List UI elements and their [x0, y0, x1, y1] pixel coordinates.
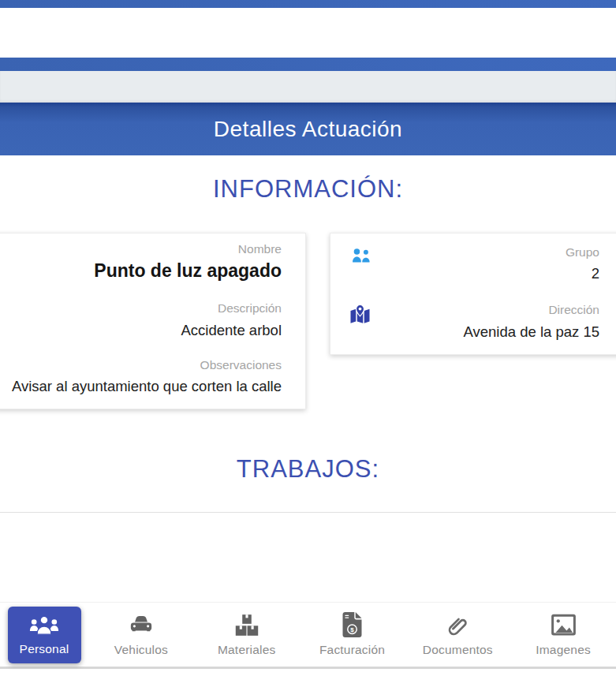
section-title-informacion: INFORMACIÓN: — [0, 175, 616, 204]
direccion-texts: Dirección Avenida de la paz 15 — [384, 302, 599, 341]
tab-vehiculos-label: Vehiculos — [114, 643, 168, 657]
tab-personal[interactable]: Personal — [0, 607, 88, 663]
svg-text:$: $ — [350, 626, 354, 633]
status-bar — [0, 0, 616, 8]
tab-imagenes[interactable]: Imagenes — [510, 612, 616, 657]
direccion-label: Dirección — [384, 302, 599, 317]
tab-vehiculos[interactable]: Vehiculos — [88, 612, 194, 657]
field-nombre: Nombre Punto de luz apagado — [7, 241, 282, 283]
actuacion-info-card: Nombre Punto de luz apagado Descripción … — [0, 233, 306, 409]
grupo-texts: Grupo 2 — [384, 245, 599, 283]
map-marked-icon — [349, 302, 384, 325]
users-group-icon — [29, 613, 59, 638]
page-header: Detalles Actuación — [0, 103, 616, 155]
row-grupo: Grupo 2 — [349, 245, 599, 283]
tab-documentos-label: Documentos — [423, 643, 493, 657]
field-descripcion: Descripción Accidente arbol — [7, 301, 282, 339]
tab-facturacion-label: Facturación — [319, 643, 385, 657]
browser-chrome — [0, 8, 616, 58]
observaciones-label: Observaciones — [7, 357, 282, 372]
direccion-value: Avenida de la paz 15 — [384, 323, 599, 342]
tab-materiales-label: Materiales — [218, 643, 276, 657]
users-icon — [349, 245, 384, 265]
nombre-label: Nombre — [7, 241, 282, 256]
field-observaciones: Observaciones Avisar al ayuntamiento que… — [7, 357, 282, 396]
row-direccion: Dirección Avenida de la paz 15 — [349, 302, 599, 341]
tab-imagenes-label: Imagenes — [536, 643, 591, 657]
toolbar-band — [0, 71, 616, 103]
tab-personal-tile[interactable]: Personal — [8, 607, 81, 663]
tab-documentos[interactable]: Documentos — [405, 612, 510, 657]
car-icon — [128, 612, 155, 637]
descripcion-label: Descripción — [7, 301, 282, 316]
section-title-trabajos: TRABAJOS: — [0, 455, 616, 484]
grupo-label: Grupo — [384, 245, 599, 260]
app-top-bar — [0, 58, 616, 71]
nombre-value: Punto de luz apagado — [7, 260, 282, 283]
bottom-tab-bar: Personal Vehiculos — [0, 602, 616, 669]
main-content: INFORMACIÓN: Nombre Punto de luz apagado… — [0, 155, 616, 484]
section-divider — [0, 512, 616, 513]
boxes-icon — [234, 612, 259, 637]
grupo-value: 2 — [384, 264, 599, 283]
page-title: Detalles Actuación — [214, 117, 402, 142]
paperclip-icon — [446, 612, 469, 637]
actuacion-detail-card: Grupo 2 Dirección Avenida de la p — [330, 233, 616, 355]
tab-personal-label: Personal — [20, 642, 69, 656]
descripcion-value: Accidente arbol — [7, 321, 282, 340]
tab-facturacion[interactable]: $ Facturación — [300, 612, 405, 657]
invoice-dollar-icon: $ — [342, 612, 362, 637]
image-icon — [551, 612, 577, 637]
info-cards-row: Nombre Punto de luz apagado Descripción … — [0, 233, 616, 409]
tab-materiales[interactable]: Materiales — [194, 612, 300, 657]
observaciones-value: Avisar al ayuntamiento que corten la cal… — [7, 377, 282, 396]
